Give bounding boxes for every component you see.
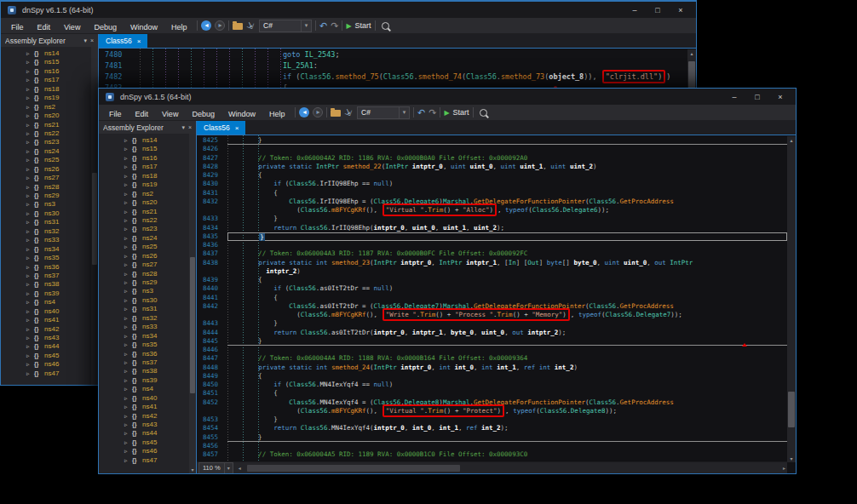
start-button-label[interactable]: Start <box>355 21 371 30</box>
redo-button[interactable]: ↷ <box>331 21 338 31</box>
code-text[interactable]: private static int smethod_24(IntPtr int… <box>227 364 787 372</box>
tree-item-ns15[interactable]: ▹{}ns15 <box>1 58 98 66</box>
expander-icon[interactable]: ▹ <box>124 429 132 438</box>
tree-item-ns29[interactable]: ▹{}ns29 <box>99 278 196 287</box>
tree-item-ns20[interactable]: ▹{}ns20 <box>1 112 98 120</box>
menu-edit[interactable]: Edit <box>129 110 156 118</box>
expander-icon[interactable]: ▹ <box>26 94 34 102</box>
maximize-button[interactable]: □ <box>649 6 666 14</box>
expander-icon[interactable]: ▹ <box>26 200 34 209</box>
code-text[interactable]: } <box>227 215 787 223</box>
code-line-8446[interactable]: 8446 <box>197 346 787 354</box>
tree-item-ns19[interactable]: ▹{}ns19 <box>1 94 98 102</box>
expander-icon[interactable]: ▹ <box>124 261 132 269</box>
dropdown-icon[interactable]: ▾ <box>301 20 311 32</box>
code-line-8456[interactable]: 8456 <box>197 442 787 450</box>
menu-debug[interactable]: Debug <box>87 23 124 32</box>
expander-icon[interactable]: ▹ <box>26 298 34 306</box>
tree-item-ns42[interactable]: ▹{}ns42 <box>99 412 196 421</box>
expander-icon[interactable]: ▹ <box>124 287 132 295</box>
code-text[interactable]: // Token: 0x060004A4 RID: 1188 RVA: 0x00… <box>227 354 787 363</box>
minimize-button[interactable]: – <box>626 6 643 14</box>
expander-icon[interactable]: ▹ <box>26 58 34 66</box>
tree-item-ns27[interactable]: ▹{}ns27 <box>99 261 196 269</box>
start-button-label[interactable]: Start <box>453 108 469 117</box>
undo-button[interactable]: ↶ <box>319 21 327 31</box>
menu-file[interactable]: File <box>102 110 129 118</box>
tree-item-ns29[interactable]: ▹{}ns29 <box>1 192 98 200</box>
start-play-icon[interactable]: ▶ <box>346 22 351 30</box>
tree-item-ns39[interactable]: ▹{}ns39 <box>99 376 196 385</box>
tree-scrollbar[interactable]: ▾ <box>189 134 196 473</box>
code-text[interactable]: // Token: 0x060004A2 RID: 1186 RVA: 0x00… <box>227 154 787 163</box>
expander-icon[interactable]: ▹ <box>26 334 34 342</box>
tree-item-ns4[interactable]: ▹{}ns4 <box>1 298 98 306</box>
expander-icon[interactable]: ▹ <box>124 438 132 447</box>
titlebar[interactable]: dnSpy v6.1.5 (64-bit) – □ × <box>1 2 696 18</box>
tree-item-ns25[interactable]: ▹{}ns25 <box>99 243 196 251</box>
language-combobox[interactable]: C# ▾ <box>259 20 312 32</box>
code-text[interactable]: return Class56.MN4IexYqf4(intptr_0, int_… <box>227 424 787 432</box>
expander-icon[interactable]: ▹ <box>124 394 132 403</box>
code-line-8441[interactable]: 8441 { <box>197 294 787 302</box>
expander-icon[interactable]: ▹ <box>26 227 34 236</box>
caret-down-icon[interactable]: ▾ <box>181 124 185 131</box>
expander-icon[interactable]: ▹ <box>26 76 34 84</box>
expander-icon[interactable]: ▹ <box>124 172 132 180</box>
code-line-8436[interactable]: 8436 <box>197 241 787 249</box>
tree-item-ns16[interactable]: ▹{}ns16 <box>1 67 98 76</box>
code-text[interactable]: if (Class56.as0ItT2tDr == null) <box>227 284 787 293</box>
scrollbar-thumb[interactable] <box>247 465 460 472</box>
maximize-button[interactable]: □ <box>749 93 766 101</box>
code-line-8454[interactable]: 8454 return Class56.MN4IexYqf4(intptr_0,… <box>197 424 787 432</box>
code-text[interactable]: private static int smethod_23(IntPtr int… <box>227 259 787 267</box>
tree-item-ns26[interactable]: ▹{}ns26 <box>99 252 196 261</box>
code-line-wrap[interactable]: (Class56.m8FYCgKRf(), "Virtual ".Trim() … <box>197 407 787 415</box>
minimize-button[interactable]: – <box>726 93 743 101</box>
attach-process-icon[interactable]: ⇲ <box>246 20 256 31</box>
code-text[interactable]: return Class56.as0ItT2tDr(intptr_0, intp… <box>227 329 787 337</box>
expander-icon[interactable]: ▹ <box>26 147 34 156</box>
tree-item-ns47[interactable]: ▹{}ns47 <box>99 456 196 465</box>
tree-item-ns23[interactable]: ▹{}ns23 <box>1 138 98 146</box>
scroll-down-icon[interactable]: ▾ <box>189 467 196 472</box>
expander-icon[interactable]: ▹ <box>26 129 34 138</box>
code-text[interactable] <box>227 145 787 153</box>
expander-icon[interactable]: ▹ <box>26 165 34 174</box>
expander-icon[interactable]: ▹ <box>124 385 132 393</box>
code-line-8428[interactable]: 8428 private static IntPtr smethod_22(In… <box>197 163 787 171</box>
expander-icon[interactable]: ▹ <box>124 190 132 198</box>
expander-icon[interactable]: ▹ <box>26 103 34 112</box>
code-text[interactable]: private static IntPtr smethod_22(IntPtr … <box>227 163 787 171</box>
code-text[interactable] <box>227 241 787 249</box>
expander-icon[interactable]: ▹ <box>26 316 34 324</box>
expander-icon[interactable]: ▹ <box>124 421 132 429</box>
code-line-wrap[interactable]: (Class56.m8FYCgKRf(), "Virtual ".Trim() … <box>197 206 787 215</box>
code-line-8426[interactable]: 8426 <box>197 145 787 153</box>
menu-file[interactable]: File <box>4 23 31 32</box>
titlebar[interactable]: dnSpy v6.1.5 (64-bit) – □ × <box>99 89 796 105</box>
menu-window[interactable]: Window <box>221 110 262 118</box>
expander-icon[interactable]: ▹ <box>26 272 34 280</box>
expander-icon[interactable]: ▹ <box>26 342 34 351</box>
expander-icon[interactable]: ▹ <box>26 263 34 272</box>
expander-icon[interactable]: ▹ <box>124 456 132 465</box>
tree-item-ns21[interactable]: ▹{}ns21 <box>99 208 196 216</box>
code-text[interactable]: // Token: 0x060004A3 RID: 1187 RVA: 0x00… <box>227 249 787 258</box>
expander-icon[interactable]: ▹ <box>124 305 132 313</box>
tree-item-ns36[interactable]: ▹{}ns36 <box>1 263 98 272</box>
code-line-8449[interactable]: 8449 { <box>197 372 787 381</box>
close-panel-icon[interactable]: × <box>188 124 192 130</box>
tree-item-ns46[interactable]: ▹{}ns46 <box>1 360 98 369</box>
language-combobox[interactable]: C# ▾ <box>357 106 410 119</box>
expander-icon[interactable]: ▹ <box>124 234 132 243</box>
tree-item-ns14[interactable]: ▹{}ns14 <box>1 49 98 58</box>
close-panel-icon[interactable]: × <box>90 37 94 43</box>
expander-icon[interactable]: ▹ <box>26 49 34 58</box>
navigate-back-button[interactable]: ◂ <box>299 107 309 117</box>
expander-icon[interactable]: ▹ <box>26 67 34 76</box>
tree-item-ns42[interactable]: ▹{}ns42 <box>1 325 98 334</box>
tree-item-ns32[interactable]: ▹{}ns32 <box>1 227 98 236</box>
code-text[interactable]: } <box>227 337 787 346</box>
expander-icon[interactable]: ▹ <box>26 280 34 289</box>
